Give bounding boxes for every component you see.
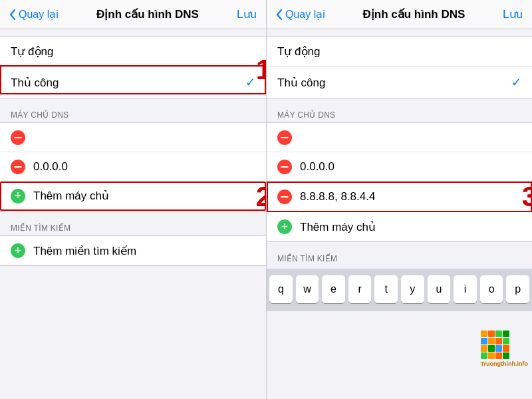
right-add-server-label: Thêm máy chủ: [300, 220, 376, 234]
left-dns-remove-2[interactable]: [11, 160, 25, 174]
left-dns-row-2: 0.0.0.0: [0, 152, 266, 182]
right-nav-bar: Quay lại Định cấu hình DNS Lưu: [267, 0, 532, 29]
left-add-server-button[interactable]: [11, 189, 25, 203]
left-dns-remove-1[interactable]: [11, 130, 25, 145]
right-dns-header: MÁY CHỦ DNS: [267, 105, 532, 122]
key-p[interactable]: p: [506, 275, 529, 303]
right-mode-auto-label: Tự động: [277, 45, 521, 59]
left-add-search-row[interactable]: Thêm miền tìm kiếm: [0, 236, 266, 265]
keyboard-row-1: q w e r t y u i o p: [269, 275, 529, 303]
left-panel: Quay lại Định cấu hình DNS Lưu Tự động T…: [0, 0, 266, 399]
right-dns-remove-3[interactable]: [277, 190, 292, 204]
left-dns-header: MÁY CHỦ DNS: [0, 105, 266, 122]
step-3-label: 3: [522, 183, 532, 211]
left-nav-bar: Quay lại Định cấu hình DNS Lưu: [0, 0, 266, 29]
right-mode-group: Tự động Thủ công ✓: [267, 36, 532, 98]
right-dns-remove-2[interactable]: [277, 160, 292, 174]
key-u[interactable]: u: [428, 275, 451, 303]
right-back-label: Quay lại: [285, 8, 325, 21]
right-dns-row-2: 0.0.0.0: [267, 152, 532, 182]
left-save-button[interactable]: Lưu: [237, 7, 257, 21]
key-y[interactable]: y: [401, 275, 424, 303]
right-add-server-button[interactable]: [277, 219, 292, 234]
left-dns-value-2: 0.0.0.0: [33, 160, 68, 174]
key-i[interactable]: i: [454, 275, 477, 303]
right-mode-manual-label: Thủ công: [277, 76, 511, 90]
right-back-button[interactable]: Quay lại: [276, 8, 325, 21]
key-e[interactable]: e: [322, 275, 345, 303]
right-search-header: MIỀN TÌM KIẾM: [267, 249, 532, 266]
left-add-search-label: Thêm miền tìm kiếm: [33, 244, 136, 258]
left-back-label: Quay lại: [19, 8, 59, 21]
right-dns-remove-1[interactable]: [277, 130, 292, 145]
left-search-group: Thêm miền tìm kiếm: [0, 235, 266, 266]
key-o[interactable]: o: [480, 275, 503, 303]
right-panel: Quay lại Định cấu hình DNS Lưu Tự động T…: [266, 0, 532, 399]
step-1-label: 1: [256, 56, 266, 84]
right-mode-manual[interactable]: Thủ công ✓: [267, 67, 532, 98]
left-add-server-row[interactable]: Thêm máy chủ: [0, 182, 266, 211]
left-back-button[interactable]: Quay lại: [9, 8, 59, 21]
right-nav-title: Định cấu hình DNS: [363, 7, 466, 21]
keyboard: q w e r t y u i o p: [267, 269, 532, 311]
left-mode-auto-label: Tự động: [11, 45, 255, 59]
left-add-search-button[interactable]: [11, 243, 25, 258]
left-mode-manual[interactable]: Thủ công ✓: [0, 67, 266, 98]
key-w[interactable]: w: [296, 275, 319, 303]
left-mode-manual-check: ✓: [245, 75, 255, 90]
right-mode-auto[interactable]: Tự động: [267, 37, 532, 67]
left-dns-group: 0.0.0.0 Thêm máy chủ 2: [0, 122, 266, 211]
right-mode-manual-check: ✓: [511, 75, 521, 90]
watermark: Truongthinh.info: [481, 331, 528, 367]
right-save-button[interactable]: Lưu: [503, 7, 523, 21]
left-dns-row-1: [0, 123, 266, 152]
right-dns-row-1: [267, 123, 532, 152]
left-add-server-label: Thêm máy chủ: [33, 189, 109, 203]
left-nav-title: Định cấu hình DNS: [96, 7, 199, 21]
right-dns-input-3[interactable]: [300, 190, 521, 203]
right-add-server-row[interactable]: Thêm máy chủ: [267, 212, 532, 241]
key-r[interactable]: r: [348, 275, 372, 303]
left-mode-auto[interactable]: Tự động: [0, 37, 266, 67]
left-mode-manual-label: Thủ công: [11, 76, 245, 90]
key-t[interactable]: t: [374, 275, 398, 303]
left-search-header: MIỀN TÌM KIẾM: [0, 218, 266, 235]
right-dns-value-2: 0.0.0.0: [300, 160, 334, 174]
key-q[interactable]: q: [269, 275, 293, 303]
left-mode-group: Tự động Thủ công ✓: [0, 36, 266, 98]
watermark-text: Truongthinh.info: [481, 360, 528, 367]
step-2-label: 2: [256, 183, 266, 211]
right-dns-group: 0.0.0.0 3 Thêm máy chủ: [267, 122, 532, 242]
right-dns-row-3[interactable]: [267, 182, 532, 212]
